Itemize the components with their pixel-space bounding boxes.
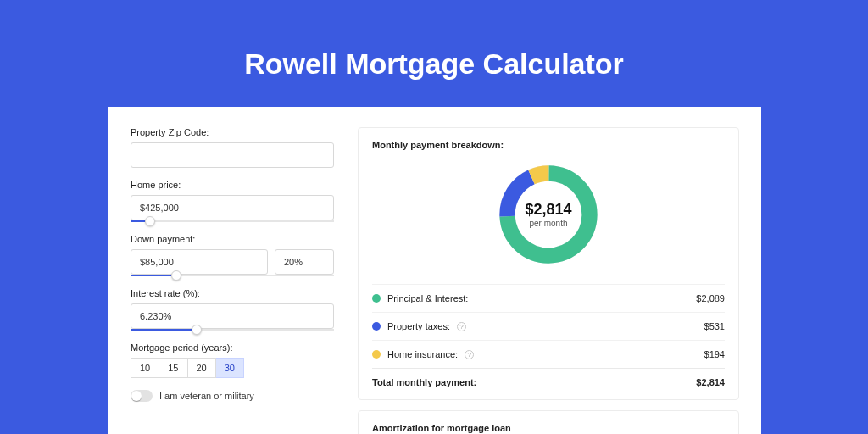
dot-icon <box>372 294 381 303</box>
period-field: Mortgage period (years): 10 15 20 30 <box>131 342 334 378</box>
down-slider[interactable] <box>131 275 334 276</box>
donut-center-value: $2,814 <box>525 201 571 219</box>
legend-taxes: Property taxes: ? $531 <box>372 312 725 340</box>
zip-input[interactable] <box>131 142 334 168</box>
period-label: Mortgage period (years): <box>131 342 334 353</box>
zip-label: Property Zip Code: <box>131 127 334 137</box>
legend-value: $531 <box>704 321 725 331</box>
calculator-card: Property Zip Code: Home price: Down paym… <box>108 107 761 434</box>
donut-chart: $2,814 per month <box>372 160 725 269</box>
veteran-row: I am veteran or military <box>131 390 334 402</box>
price-label: Home price: <box>131 180 334 190</box>
veteran-toggle[interactable] <box>131 390 153 402</box>
donut-center: $2,814 per month <box>372 160 725 269</box>
legend-principal: Principal & Interest: $2,089 <box>372 284 725 312</box>
results-column: Monthly payment breakdown: $2,814 per mo… <box>358 127 739 434</box>
breakdown-panel: Monthly payment breakdown: $2,814 per mo… <box>358 127 739 400</box>
price-input[interactable] <box>131 195 334 220</box>
rate-input[interactable] <box>131 303 334 329</box>
price-field: Home price: <box>131 180 334 222</box>
down-amount-input[interactable] <box>131 249 268 275</box>
slider-thumb[interactable] <box>192 325 202 335</box>
rate-field: Interest rate (%): <box>131 288 334 331</box>
dot-icon <box>372 322 381 331</box>
rate-label: Interest rate (%): <box>131 288 334 298</box>
info-icon[interactable]: ? <box>457 322 466 331</box>
inputs-column: Property Zip Code: Home price: Down paym… <box>131 127 334 434</box>
total-value: $2,814 <box>696 377 725 387</box>
slider-thumb[interactable] <box>145 216 155 226</box>
breakdown-title: Monthly payment breakdown: <box>372 140 725 150</box>
price-slider[interactable] <box>131 220 334 222</box>
legend-value: $2,089 <box>696 293 725 303</box>
info-icon[interactable]: ? <box>465 350 474 359</box>
period-15-button[interactable]: 15 <box>159 358 187 378</box>
down-field: Down payment: <box>131 234 334 276</box>
legend-label: Principal & Interest: <box>387 293 468 303</box>
amortization-panel: Amortization for mortgage loan Amortizat… <box>358 410 739 434</box>
legend-insurance: Home insurance: ? $194 <box>372 340 725 368</box>
legend-total: Total monthly payment: $2,814 <box>372 368 725 387</box>
legend-value: $194 <box>704 349 725 359</box>
dot-icon <box>372 350 381 359</box>
down-label: Down payment: <box>131 234 334 244</box>
veteran-label: I am veteran or military <box>159 391 254 401</box>
page-title: Rowell Mortgage Calculator <box>0 0 868 99</box>
amortization-title: Amortization for mortgage loan <box>372 423 725 433</box>
total-label: Total monthly payment: <box>372 377 476 387</box>
down-pct-input[interactable] <box>275 249 334 275</box>
period-buttons: 10 15 20 30 <box>131 358 334 378</box>
zip-field: Property Zip Code: <box>131 127 334 168</box>
period-10-button[interactable]: 10 <box>131 358 159 378</box>
rate-slider[interactable] <box>131 329 334 331</box>
period-30-button[interactable]: 30 <box>216 358 244 378</box>
donut-center-sub: per month <box>529 219 567 228</box>
legend-label: Property taxes: <box>387 321 450 331</box>
slider-thumb[interactable] <box>171 270 181 281</box>
period-20-button[interactable]: 20 <box>188 358 216 378</box>
legend-label: Home insurance: <box>387 349 458 359</box>
